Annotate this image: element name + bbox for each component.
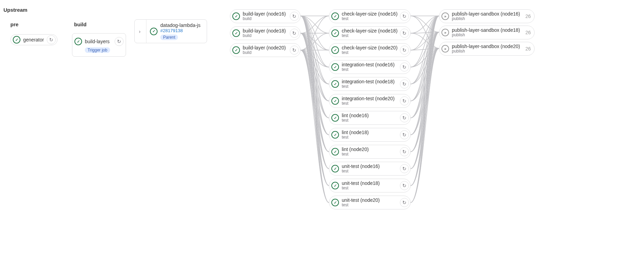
job-label: build-layer (node20) — [243, 45, 287, 50]
job-item[interactable]: lint (node16)test — [329, 111, 411, 125]
job-stage: publish — [452, 49, 522, 54]
job-label: check-layer-size (node20) — [342, 45, 397, 50]
job-stage: build — [243, 34, 287, 38]
pending-icon — [441, 45, 449, 53]
job-label: unit-test (node16) — [342, 163, 397, 169]
job-item[interactable]: check-layer-size (node16)test — [329, 9, 411, 23]
job-label: lint (node20) — [342, 147, 397, 152]
retry-button[interactable] — [400, 79, 409, 88]
pending-icon — [441, 12, 449, 20]
chevron-right-icon[interactable]: › — [137, 28, 143, 34]
parent-title: datadog-lambda-js — [160, 22, 202, 28]
pending-icon — [441, 29, 449, 36]
parent-pipeline-card[interactable]: › datadog-lambda-js #28179138 Parent — [134, 19, 207, 43]
retry-button[interactable] — [290, 46, 299, 55]
retry-button[interactable] — [400, 198, 409, 207]
job-stage: test — [342, 169, 397, 173]
job-item[interactable]: lint (node20)test — [329, 145, 411, 159]
job-item[interactable]: unit-test (node20)test — [329, 196, 411, 209]
job-item[interactable]: integration-test (node20)test — [329, 94, 411, 108]
retry-button[interactable] — [290, 12, 299, 21]
check-icon — [232, 46, 240, 54]
job-item[interactable]: integration-test (node16)test — [329, 60, 411, 74]
job-item[interactable]: check-layer-size (node18)test — [329, 26, 411, 40]
job-stage: test — [342, 67, 397, 72]
job-stage: test — [342, 84, 397, 89]
job-label: publish-layer-sandbox (node20) — [452, 44, 522, 49]
check-icon — [331, 97, 339, 105]
pipeline-graph: Upstream pre build generator build-layer… — [0, 0, 644, 263]
retry-button[interactable] — [400, 46, 409, 55]
job-item[interactable]: lint (node18)test — [329, 128, 411, 142]
job-label: check-layer-size (node18) — [342, 28, 397, 34]
stage-header-build: build — [74, 21, 87, 27]
check-icon — [74, 38, 82, 45]
check-icon — [331, 199, 339, 206]
retry-button[interactable] — [400, 96, 409, 105]
check-icon — [331, 12, 339, 20]
job-stage: publish — [452, 33, 522, 37]
job-label: build-layers — [85, 39, 110, 44]
check-icon — [331, 46, 339, 54]
retry-button[interactable] — [115, 37, 124, 46]
check-icon — [232, 12, 240, 20]
check-icon — [331, 182, 339, 189]
job-item[interactable]: integration-test (node18)test — [329, 77, 411, 91]
check-icon — [331, 29, 339, 37]
retry-button[interactable] — [400, 29, 409, 38]
job-count: 26 — [525, 13, 531, 19]
check-icon — [331, 63, 339, 71]
retry-button[interactable] — [400, 113, 409, 122]
check-icon — [331, 148, 339, 156]
retry-button[interactable] — [400, 181, 409, 190]
retry-button[interactable] — [290, 29, 299, 38]
job-item[interactable]: build-layer (node16)build — [230, 9, 301, 23]
job-stage: test — [342, 34, 397, 38]
job-count: 26 — [525, 46, 531, 51]
job-stage: test — [342, 17, 397, 21]
check-icon — [331, 80, 339, 88]
job-item[interactable]: publish-layer-sandbox (node18)publish26 — [439, 26, 535, 39]
job-build-layers[interactable]: build-layers Trigger job — [72, 33, 126, 57]
check-icon — [331, 114, 339, 122]
job-stage: publish — [452, 17, 522, 21]
job-item[interactable]: unit-test (node16)test — [329, 162, 411, 176]
retry-button[interactable] — [400, 63, 409, 72]
job-stage: build — [243, 17, 287, 21]
parent-badge: Parent — [160, 35, 178, 40]
stage-header-pre: pre — [10, 21, 18, 27]
job-label: integration-test (node18) — [342, 79, 397, 84]
job-label: check-layer-size (node16) — [342, 11, 397, 17]
job-label: integration-test (node16) — [342, 62, 397, 67]
job-label: generator — [23, 37, 44, 43]
job-item[interactable]: build-layer (node20)build — [230, 43, 301, 57]
retry-button[interactable] — [400, 164, 409, 173]
check-icon — [150, 28, 158, 35]
job-label: publish-layer-sandbox (node16) — [452, 11, 522, 17]
retry-button[interactable] — [400, 147, 409, 156]
job-stage: test — [342, 50, 397, 55]
job-stage: test — [342, 152, 397, 157]
job-item[interactable]: publish-layer-sandbox (node16)publish26 — [439, 9, 535, 23]
job-label: lint (node18) — [342, 130, 397, 135]
job-stage: test — [342, 135, 397, 140]
retry-button[interactable] — [47, 35, 56, 44]
retry-button[interactable] — [400, 130, 409, 139]
job-label: build-layer (node16) — [243, 11, 287, 17]
check-icon — [13, 36, 20, 44]
parent-pipeline-link[interactable]: #28179138 — [160, 28, 202, 33]
trigger-job-badge: Trigger job — [85, 47, 110, 53]
job-stage: test — [342, 118, 397, 123]
check-icon — [232, 29, 240, 37]
job-label: unit-test (node18) — [342, 180, 397, 186]
job-count: 26 — [525, 30, 531, 35]
job-stage: test — [342, 186, 397, 190]
check-icon — [331, 165, 339, 172]
job-item[interactable]: unit-test (node18)test — [329, 179, 411, 192]
check-icon — [331, 131, 339, 139]
job-item[interactable]: build-layer (node18)build — [230, 26, 301, 40]
job-generator[interactable]: generator — [10, 34, 57, 45]
retry-button[interactable] — [400, 12, 409, 21]
job-item[interactable]: check-layer-size (node20)test — [329, 43, 411, 57]
job-item[interactable]: publish-layer-sandbox (node20)publish26 — [439, 42, 535, 56]
